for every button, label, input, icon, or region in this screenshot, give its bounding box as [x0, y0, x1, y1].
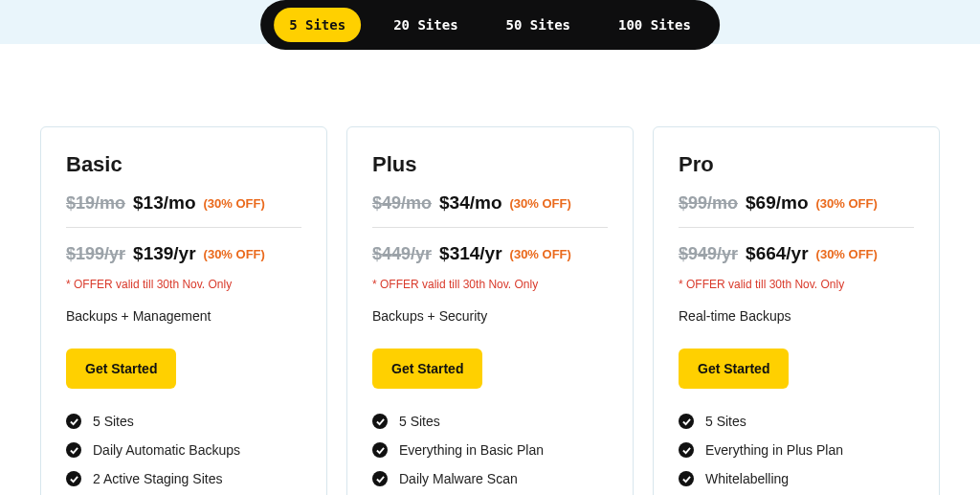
- plan-name: Plus: [372, 152, 608, 177]
- feature-text: 5 Sites: [93, 414, 134, 429]
- plan-tagline: Backups + Security: [372, 308, 608, 324]
- new-monthly-price: $13/mo: [133, 192, 195, 214]
- check-icon: [372, 442, 388, 458]
- feature-item: Whitelabelling: [679, 471, 914, 486]
- plan-tagline: Real-time Backups: [679, 308, 914, 324]
- feature-item: 5 Sites: [372, 414, 608, 429]
- new-yearly-price: $139/yr: [133, 243, 196, 264]
- feature-text: 2 Active Staging Sites: [93, 471, 222, 486]
- discount-badge: (30% OFF): [204, 196, 265, 211]
- feature-item: 5 Sites: [66, 414, 301, 429]
- check-icon: [679, 414, 694, 429]
- divider: [679, 227, 914, 228]
- tab-100-sites[interactable]: 100 Sites: [603, 8, 706, 42]
- old-monthly-price: $19/mo: [66, 193, 125, 214]
- plan-name: Basic: [66, 152, 301, 177]
- feature-item: Everything in Basic Plan: [372, 442, 608, 458]
- price-monthly: $19/mo $13/mo (30% OFF): [66, 192, 301, 214]
- price-yearly: $449/yr $314/yr (30% OFF): [372, 243, 608, 264]
- feature-item: 2 Active Staging Sites: [66, 471, 301, 486]
- discount-badge: (30% OFF): [510, 247, 571, 261]
- check-icon: [66, 414, 81, 429]
- new-monthly-price: $69/mo: [746, 192, 808, 214]
- old-yearly-price: $949/yr: [679, 244, 738, 264]
- divider: [66, 227, 301, 228]
- discount-badge: (30% OFF): [816, 247, 878, 261]
- price-monthly: $99/mo $69/mo (30% OFF): [679, 192, 914, 214]
- feature-list: 5 Sites Everything in Basic Plan Daily M…: [372, 414, 608, 495]
- sites-tab-bar: 5 Sites 20 Sites 50 Sites 100 Sites: [260, 0, 720, 50]
- plan-name: Pro: [679, 152, 914, 177]
- offer-text: OFFER valid till 30th Nov. Only: [679, 278, 914, 291]
- feature-text: Everything in Basic Plan: [399, 442, 544, 458]
- old-yearly-price: $199/yr: [66, 244, 125, 264]
- tab-5-sites[interactable]: 5 Sites: [274, 8, 361, 42]
- feature-text: Whitelabelling: [705, 471, 789, 486]
- old-monthly-price: $99/mo: [679, 193, 738, 214]
- discount-badge: (30% OFF): [204, 247, 265, 261]
- new-yearly-price: $314/yr: [439, 243, 502, 264]
- price-yearly: $949/yr $664/yr (30% OFF): [679, 243, 914, 264]
- pricing-cards: Basic $19/mo $13/mo (30% OFF) $199/yr $1…: [0, 44, 980, 495]
- feature-item: 5 Sites: [679, 414, 914, 429]
- feature-item: Daily Malware Scan: [372, 471, 608, 486]
- price-yearly: $199/yr $139/yr (30% OFF): [66, 243, 301, 264]
- tab-50-sites[interactable]: 50 Sites: [491, 8, 586, 42]
- offer-text: OFFER valid till 30th Nov. Only: [372, 278, 608, 291]
- get-started-button[interactable]: Get Started: [679, 349, 789, 389]
- check-icon: [372, 414, 388, 429]
- get-started-button[interactable]: Get Started: [372, 349, 482, 389]
- tab-20-sites[interactable]: 20 Sites: [378, 8, 473, 42]
- feature-list: 5 Sites Daily Automatic Backups 2 Active…: [66, 414, 301, 495]
- check-icon: [66, 471, 81, 486]
- divider: [372, 227, 608, 228]
- plan-card-basic: Basic $19/mo $13/mo (30% OFF) $199/yr $1…: [40, 126, 327, 495]
- check-icon: [372, 471, 388, 486]
- price-monthly: $49/mo $34/mo (30% OFF): [372, 192, 608, 214]
- check-icon: [679, 442, 694, 458]
- feature-text: Daily Malware Scan: [399, 471, 518, 486]
- feature-text: 5 Sites: [399, 414, 440, 429]
- feature-text: 5 Sites: [705, 414, 746, 429]
- get-started-button[interactable]: Get Started: [66, 349, 176, 389]
- feature-item: Everything in Plus Plan: [679, 442, 914, 458]
- feature-item: Daily Automatic Backups: [66, 442, 301, 458]
- feature-text: Daily Automatic Backups: [93, 442, 240, 458]
- discount-badge: (30% OFF): [816, 196, 878, 211]
- new-yearly-price: $664/yr: [746, 243, 809, 264]
- offer-text: OFFER valid till 30th Nov. Only: [66, 278, 301, 291]
- feature-list: 5 Sites Everything in Plus Plan Whitelab…: [679, 414, 914, 495]
- plan-card-pro: Pro $99/mo $69/mo (30% OFF) $949/yr $664…: [653, 126, 940, 495]
- plan-tagline: Backups + Management: [66, 308, 301, 324]
- old-yearly-price: $449/yr: [372, 244, 432, 264]
- feature-text: Everything in Plus Plan: [705, 442, 843, 458]
- check-icon: [679, 471, 694, 486]
- check-icon: [66, 442, 81, 458]
- old-monthly-price: $49/mo: [372, 193, 432, 214]
- discount-badge: (30% OFF): [510, 196, 571, 211]
- plan-card-plus: Plus $49/mo $34/mo (30% OFF) $449/yr $31…: [346, 126, 634, 495]
- new-monthly-price: $34/mo: [439, 192, 501, 214]
